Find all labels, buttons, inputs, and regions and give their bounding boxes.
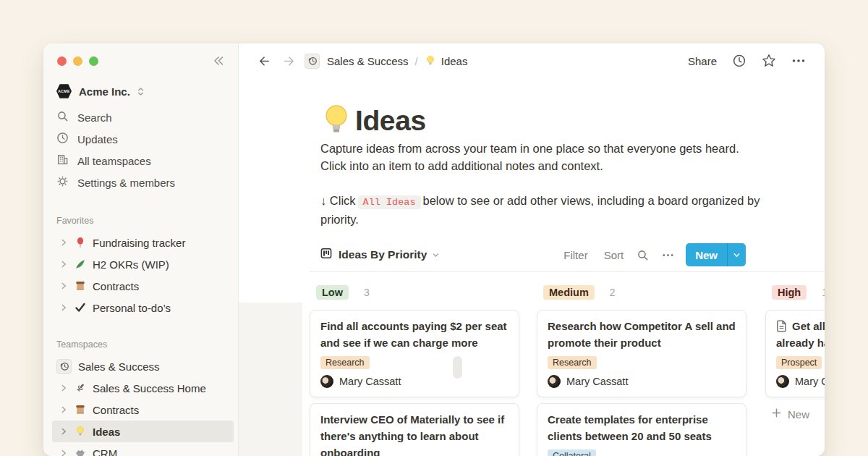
card-title: Get all	[776, 318, 825, 334]
card-assignee: Mary Cassatt	[320, 375, 509, 388]
chevron-right-icon[interactable]	[59, 384, 68, 392]
card-interview-ceo[interactable]: Interview CEO of Materially to see if th…	[310, 403, 519, 456]
window-controls	[57, 56, 98, 66]
search-icon[interactable]	[637, 249, 649, 261]
avatar	[548, 375, 561, 388]
new-button-label[interactable]: New	[686, 243, 727, 266]
breadcrumb: Sales & Success / Ideas	[258, 54, 467, 69]
sidebar-item-label: Settings & members	[77, 177, 175, 189]
app-window: ACME Acme Inc. Search Updates All teamsp	[43, 43, 825, 456]
sidebar-item-label: Sales & Success Home	[93, 382, 206, 394]
sidebar-item-ideas[interactable]: Ideas	[52, 421, 234, 442]
view-toolbar: Ideas By Priority Filter Sort New	[320, 243, 746, 266]
column-count: 3	[364, 287, 370, 298]
card-create-templates[interactable]: Create templates for enterprise clients …	[537, 403, 746, 456]
history-clock-icon[interactable]	[305, 54, 320, 69]
scrollbar-thumb[interactable]	[453, 356, 462, 379]
card-assignee: Mary Cassatt	[548, 375, 736, 388]
sidebar-item-label: Search	[77, 111, 112, 124]
star-icon[interactable]	[762, 54, 776, 68]
minimize-window-button[interactable]	[73, 56, 82, 66]
new-button[interactable]: New	[686, 243, 746, 266]
sidebar-item-sales-success-home[interactable]: Sales & Success Home	[52, 377, 234, 399]
sidebar-item-label: CRM	[93, 447, 117, 456]
chevron-right-icon[interactable]	[59, 428, 68, 435]
chevron-down-icon[interactable]	[727, 243, 746, 266]
card-research-competitor[interactable]: Research how Competitor A sell and promo…	[537, 310, 746, 397]
column-badge-high[interactable]: High	[772, 285, 807, 300]
sidebar-item-label: Sales & Success	[78, 360, 160, 373]
chevron-right-icon[interactable]	[59, 304, 68, 311]
page-title: Ideas	[355, 104, 426, 138]
card-title: Find all accounts paying $2 per seat and…	[320, 318, 509, 351]
sidebar-item-personal-todos[interactable]: Personal to-do’s	[52, 297, 234, 318]
column-header-low[interactable]: Low 3	[310, 282, 519, 303]
callout-prefix: ↓ Click	[320, 194, 356, 207]
board-column-low: Low 3 Find all accounts paying $2 per se…	[310, 282, 519, 456]
breadcrumb-separator: /	[415, 55, 418, 67]
sidebar-item-h2-okrs[interactable]: H2 OKRs (WIP)	[52, 253, 234, 275]
sidebar-item-contracts-teamspace[interactable]: Contracts	[52, 399, 234, 421]
column-badge-medium[interactable]: Medium	[543, 285, 595, 300]
chevron-right-icon[interactable]	[59, 406, 68, 413]
column-cards: Find all accounts paying $2 per seat and…	[310, 310, 519, 456]
collapse-sidebar-icon[interactable]	[210, 54, 225, 70]
assignee-name: Mary Cassatt	[339, 376, 401, 387]
back-arrow-icon[interactable]	[258, 54, 271, 68]
column-header-high[interactable]: High 1	[765, 282, 825, 303]
sort-button[interactable]: Sort	[604, 249, 624, 261]
sidebar-item-all-teamspaces[interactable]: All teamspaces	[43, 150, 238, 172]
column-header-medium[interactable]: Medium 2	[537, 282, 746, 303]
view-selector[interactable]: Ideas By Priority	[320, 248, 440, 262]
sidebar-item-label: Contracts	[93, 404, 139, 416]
workspace-logo: ACME	[56, 84, 72, 99]
sidebar-item-crm[interactable]: CRM	[52, 442, 234, 456]
ellipsis-icon[interactable]	[791, 54, 806, 68]
close-window-button[interactable]	[57, 56, 67, 66]
plus-icon	[771, 408, 782, 421]
assignee-name: Mary C	[795, 376, 825, 387]
card-title: Interview CEO of Materially to see if th…	[320, 411, 509, 456]
forward-arrow-icon[interactable]	[282, 54, 296, 68]
sidebar-item-fundraising-tracker[interactable]: Fundraising tracker	[52, 232, 234, 253]
maximize-window-button[interactable]	[89, 56, 98, 66]
view-name[interactable]: Ideas By Priority	[339, 248, 427, 261]
sidebar-item-contracts-favorite[interactable]: Contracts	[52, 275, 234, 297]
workspace-switcher[interactable]: ACME Acme Inc.	[52, 80, 232, 103]
favorites-section-title[interactable]: Favorites	[56, 214, 238, 228]
description-line: Capture ideas from across your team in o…	[320, 142, 739, 155]
share-button[interactable]: Share	[688, 55, 717, 67]
sidebar-item-label: All teamspaces	[77, 155, 151, 167]
sidebar-menu: Search Updates All teamspaces Settings &…	[43, 106, 238, 193]
sidebar-item-search[interactable]: Search	[43, 106, 238, 128]
chevron-right-icon[interactable]	[59, 261, 68, 268]
page-lightbulb-emoji[interactable]	[320, 103, 353, 142]
sidebar: ACME Acme Inc. Search Updates All teamsp	[43, 43, 239, 456]
sidebar-item-label: Updates	[77, 133, 118, 145]
clock-icon[interactable]	[732, 54, 746, 68]
chevron-right-icon[interactable]	[59, 282, 68, 290]
sidebar-header	[43, 43, 238, 78]
card-tag: Collateral	[548, 449, 596, 456]
card-title: Create templates for enterprise clients …	[548, 411, 736, 444]
sidebar-item-sales-and-success[interactable]: Sales & Success	[52, 355, 234, 377]
breadcrumb-teamspace[interactable]: Sales & Success	[327, 55, 409, 67]
board-left-gutter	[239, 303, 302, 456]
ellipsis-icon[interactable]	[662, 249, 674, 261]
check-emoji	[74, 302, 87, 313]
add-new-card-button[interactable]: New	[771, 408, 825, 421]
chevron-right-icon[interactable]	[59, 239, 68, 246]
column-badge-low[interactable]: Low	[316, 285, 349, 300]
sidebar-item-updates[interactable]: Updates	[43, 128, 238, 150]
lightbulb-emoji	[74, 426, 87, 437]
breadcrumb-page[interactable]: Ideas	[441, 55, 468, 67]
filter-button[interactable]: Filter	[563, 249, 587, 261]
sidebar-item-settings[interactable]: Settings & members	[43, 172, 238, 193]
card-get-all[interactable]: Get all already ha Prospect Mary C	[765, 310, 825, 397]
favorites-list: Fundraising tracker H2 OKRs (WIP) Contra…	[43, 232, 238, 318]
column-count: 1	[822, 287, 825, 298]
teamspaces-section-title[interactable]: Teamspaces	[56, 337, 238, 352]
search-icon	[56, 110, 69, 124]
card-find-all-accounts[interactable]: Find all accounts paying $2 per seat and…	[310, 310, 519, 397]
chevron-right-icon[interactable]	[59, 449, 68, 456]
